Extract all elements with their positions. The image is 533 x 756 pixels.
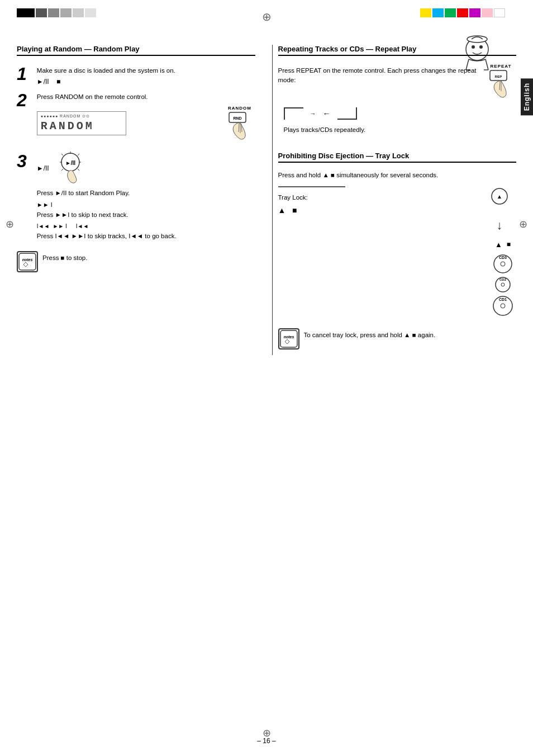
step1-area: 1 Make sure a disc is loaded and the sys…	[17, 64, 255, 86]
cd3-item: CD3	[492, 253, 513, 275]
bar-5	[73, 8, 84, 17]
random-button-svg: RND	[225, 111, 255, 141]
bar-magenta	[469, 8, 480, 17]
cd-stack-area: ▲ ■ CD3	[278, 238, 517, 319]
svg-line-16	[78, 154, 79, 155]
open-button-illustration: ▲ ↓	[483, 186, 516, 234]
stop-sym2: ■	[507, 240, 511, 248]
notes-icon-left: notes	[17, 251, 38, 272]
cd1-item: CD1	[492, 295, 514, 317]
cd-player-display: ●●●●●● RANDOM ⊙⊙ RANDOM	[37, 111, 126, 135]
step2-content: Press RANDOM on the remote control. ●●●●…	[37, 90, 255, 146]
svg-text:▲: ▲	[497, 193, 502, 200]
svg-text:CD1: CD1	[499, 297, 507, 301]
notes-icon-right-svg: notes	[279, 329, 298, 348]
step3-controls-row: ►/II ►/II	[37, 151, 255, 186]
svg-rect-39	[280, 330, 297, 347]
bar-6	[85, 8, 96, 17]
cd2-svg: CD2	[494, 276, 512, 294]
repeat-labels: →	[310, 110, 316, 117]
svg-line-21	[61, 169, 63, 171]
svg-text:►/II: ►/II	[65, 160, 75, 166]
right-column: Repeating Tracks or CDs — Repeat Play Pr…	[272, 45, 517, 355]
step3-button-hand: ►/II	[55, 151, 88, 186]
skip-back-only: I◄◄	[76, 223, 89, 229]
step1-number: 1	[17, 64, 27, 84]
svg-rect-22	[19, 253, 36, 270]
svg-point-34	[501, 283, 505, 286]
step3-content: ►/II ►/II	[37, 151, 255, 244]
left-section-title: Playing at Random — Random Play	[17, 45, 140, 53]
step2-illustration: ●●●●●● RANDOM ⊙⊙ RANDOM RANDOM	[37, 106, 255, 143]
random-button-hand: RND	[225, 111, 255, 143]
play-pause-symbol: ►/II	[37, 78, 49, 86]
repeat-loop-text: Plays tracks/CDs repeatedly.	[284, 125, 517, 135]
top-right-color-bars	[420, 8, 505, 17]
repeat-mode-diagram: → ←	[284, 107, 517, 120]
svg-point-37	[501, 304, 505, 308]
svg-text:CD2: CD2	[499, 278, 507, 281]
cd1-svg: CD1	[492, 295, 514, 317]
bar-white	[494, 8, 505, 17]
tray-lock-illustration: Tray Lock: ▲ ■ ▲	[278, 186, 517, 234]
full-nav-controls: I◄◄ ►► I I◄◄	[37, 223, 255, 229]
random-remote-button: RANDOM RND	[225, 106, 255, 143]
tray-lock-title: Prohibiting Disc Ejection — Tray Lock	[278, 152, 410, 160]
repeat-bracket-right	[337, 107, 357, 120]
stop-sym-inline: ■	[61, 254, 65, 261]
tray-lock-desc1: Press and hold ▲ ■ simultaneously for se…	[278, 171, 517, 180]
bar-green	[445, 8, 456, 17]
repeat-button-area: Press REPEAT on the remote control. Each…	[278, 64, 517, 100]
tray-lock-text-area: Tray Lock: ▲ ■	[278, 186, 475, 218]
repeat-button-svg: REP	[486, 69, 516, 100]
svg-text:REP: REP	[495, 75, 502, 78]
cd-stack: ▲ ■ CD3	[492, 240, 514, 317]
open-sym2: ▲	[495, 240, 502, 249]
left-arrow-sym: ←	[323, 109, 331, 118]
step2-text: Press RANDOM on the remote control.	[37, 92, 255, 102]
repeat-section-title: Repeating Tracks or CDs — Repeat Play	[278, 45, 417, 53]
language-tab: English	[521, 78, 533, 115]
notes-content-left: Press ■ to stop.	[42, 251, 87, 265]
svg-line-19	[61, 154, 63, 155]
svg-text:CD3: CD3	[499, 256, 507, 259]
bar-3	[48, 8, 59, 17]
nav-controls-diagram: ►► I	[37, 201, 255, 208]
stop-note: Press ■ to stop.	[42, 253, 87, 263]
tray-lock-line	[278, 186, 345, 190]
step2-number: 2	[17, 90, 27, 111]
top-crosshair: ⊕	[262, 10, 272, 23]
open-button-svg: ▲	[483, 186, 516, 217]
step3-play-symbol: ►/II	[37, 164, 49, 172]
step3-skip-text: Press ►►I to skip to next track.	[37, 210, 255, 220]
step1-controls: ►/II ■	[37, 78, 175, 86]
stop-symbol: ■	[56, 78, 60, 86]
notes-box-right: notes To cancel tray lock, press and hol…	[278, 328, 517, 349]
random-text-display: RANDOM	[41, 120, 122, 133]
step3-nav-text: Press I◄◄ ►►I to skip tracks, I◄◄ to go …	[37, 231, 255, 241]
step1-text: Make sure a disc is loaded and the syste…	[37, 66, 175, 75]
open-sym: ▲	[278, 206, 286, 215]
notes-icon-svg: notes	[18, 252, 37, 271]
page-number: – 16 –	[257, 737, 275, 745]
cd3-svg: CD3	[492, 253, 513, 275]
left-crosshair: ⊕	[6, 218, 14, 230]
columns: Playing at Random — Random Play 1 Make s…	[17, 45, 516, 355]
repeat-arrow-right: →	[310, 110, 316, 117]
skip-fwd-symbol: ►► I	[37, 201, 53, 208]
right-crosshair: ⊕	[519, 218, 527, 230]
display-top: ●●●●●● RANDOM ⊙⊙	[41, 114, 122, 119]
repeat-remote-button: REPEAT REP	[486, 64, 516, 100]
stop-sym-tray: ■	[292, 206, 297, 215]
notes-content-right: To cancel tray lock, press and hold ▲ ■ …	[304, 328, 436, 342]
notes-box-left: notes Press ■ to stop.	[17, 251, 255, 272]
skip-fwd-full: ►► I	[53, 223, 66, 229]
top-left-color-bars	[17, 8, 96, 17]
step3-number: 3	[17, 151, 27, 172]
svg-line-18	[78, 169, 79, 171]
cd2-item: CD2	[494, 276, 512, 294]
down-arrow-icon: ↓	[497, 218, 503, 233]
repeat-button-label: REPEAT	[491, 64, 512, 69]
bar-1	[17, 8, 35, 17]
left-section-header: Playing at Random — Random Play	[17, 45, 255, 56]
